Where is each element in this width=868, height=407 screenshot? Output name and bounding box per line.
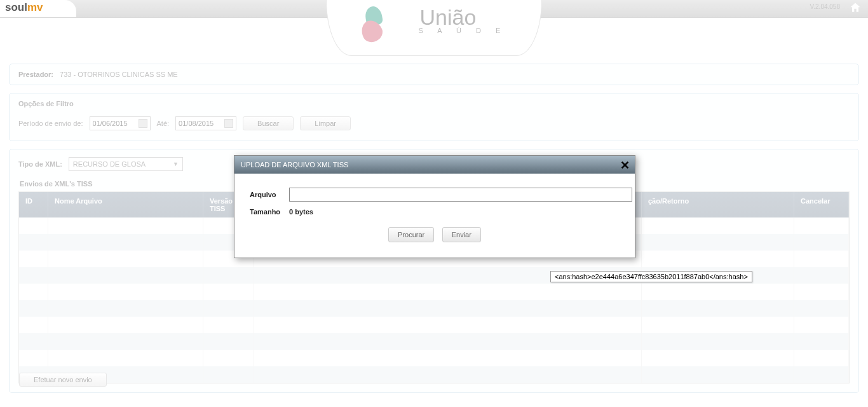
arquivo-label: Arquivo — [246, 185, 284, 204]
close-icon[interactable]: ✕ — [620, 158, 630, 172]
app-logo: soulmv — [5, 1, 43, 14]
modal-titlebar: UPLOAD DE ARQUIVO XML TISS ✕ — [234, 156, 635, 174]
tamanho-label: Tamanho — [246, 205, 284, 218]
procurar-button[interactable]: Procurar — [388, 227, 434, 242]
tamanho-value: 0 bytes — [289, 208, 313, 216]
enviar-button[interactable]: Enviar — [442, 227, 481, 242]
upload-modal: UPLOAD DE ARQUIVO XML TISS ✕ Arquivo Tam… — [234, 155, 635, 258]
app-name-2: mv — [27, 1, 43, 13]
hash-tooltip: <ans:hash>e2e444a6e347ffc83635b2011f887a… — [550, 271, 752, 282]
app-name-1: soul — [5, 1, 27, 13]
modal-title: UPLOAD DE ARQUIVO XML TISS — [241, 161, 348, 169]
arquivo-input[interactable] — [289, 188, 632, 202]
